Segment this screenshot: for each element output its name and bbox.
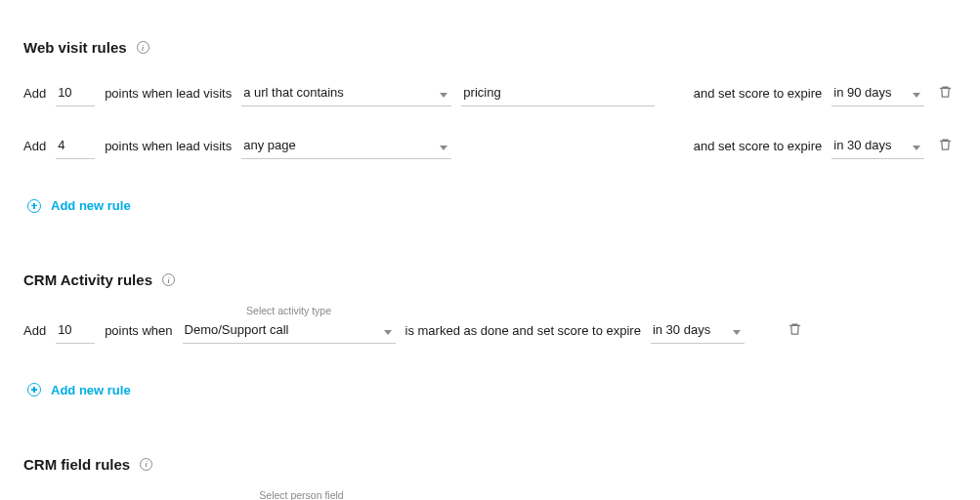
- person-field-select[interactable]: Select person field: [183, 490, 421, 501]
- plus-circle-icon: [27, 199, 41, 213]
- activity-type-select[interactable]: Select activity type: [183, 306, 396, 344]
- expire-select[interactable]: [831, 134, 924, 159]
- plus-circle-icon: [27, 383, 41, 396]
- web-visit-rules-title: Web visit rules i: [23, 39, 957, 56]
- web-rule-row: Add points when lead visits and set scor…: [23, 73, 957, 106]
- trash-icon: [938, 137, 953, 155]
- section-title-text: CRM field rules: [23, 456, 130, 473]
- expire-select[interactable]: [651, 318, 745, 344]
- delete-rule-button[interactable]: [784, 321, 806, 344]
- points-input-wrap: [56, 81, 95, 106]
- visit-condition-select[interactable]: [241, 81, 451, 106]
- crm-activity-rules-title: CRM Activity rules i: [23, 271, 957, 288]
- points-input[interactable]: [56, 81, 95, 106]
- points-input[interactable]: [56, 318, 95, 344]
- expire-text: and set score to expire: [694, 86, 823, 106]
- delete-rule-button[interactable]: [934, 84, 957, 106]
- points-when-visits-text: points when lead visits: [105, 139, 232, 159]
- crm-activity-rule-row: Add points when Select activity type is …: [23, 306, 957, 344]
- section-title-text: Web visit rules: [23, 39, 127, 56]
- person-field-label: Select person field: [259, 490, 343, 501]
- visit-condition-value[interactable]: [241, 81, 451, 106]
- expire-text: and set score to expire: [694, 139, 823, 159]
- activity-type-label: Select activity type: [246, 306, 331, 316]
- info-icon[interactable]: i: [162, 273, 175, 286]
- points-input-wrap: [56, 318, 95, 344]
- activity-type-value[interactable]: [183, 318, 396, 344]
- points-when-visits-text: points when lead visits: [105, 86, 232, 106]
- add-new-rule-button[interactable]: Add new rule: [27, 198, 131, 213]
- info-icon[interactable]: i: [137, 41, 149, 54]
- add-label: Add: [23, 323, 46, 344]
- points-when-text: points when: [105, 323, 172, 344]
- expire-value[interactable]: [831, 81, 924, 106]
- section-title-text: CRM Activity rules: [23, 271, 152, 288]
- add-label: Add: [23, 139, 46, 159]
- url-value-wrap: [461, 81, 654, 106]
- expire-value[interactable]: [831, 134, 924, 159]
- add-new-rule-label: Add new rule: [51, 383, 131, 397]
- add-new-rule-label: Add new rule: [51, 198, 131, 213]
- trash-icon: [938, 84, 953, 103]
- info-icon[interactable]: i: [140, 458, 152, 471]
- delete-rule-button[interactable]: [934, 137, 957, 159]
- done-expire-text: is marked as done and set score to expir…: [405, 323, 641, 344]
- url-value-input[interactable]: [461, 81, 654, 106]
- trash-icon: [788, 321, 802, 340]
- expire-value[interactable]: [651, 318, 745, 344]
- crm-field-rules-title: CRM field rules i: [23, 456, 957, 473]
- web-rule-row: Add points when lead visits and set scor…: [23, 126, 957, 159]
- visit-condition-select[interactable]: [241, 134, 451, 159]
- crm-field-rule-row: Add points when Select person field cont…: [23, 490, 957, 501]
- add-label: Add: [23, 86, 46, 106]
- visit-condition-value[interactable]: [241, 134, 451, 159]
- points-input[interactable]: [56, 134, 95, 159]
- expire-select[interactable]: [831, 81, 924, 106]
- add-new-rule-button[interactable]: Add new rule: [27, 383, 131, 397]
- points-input-wrap: [56, 134, 95, 159]
